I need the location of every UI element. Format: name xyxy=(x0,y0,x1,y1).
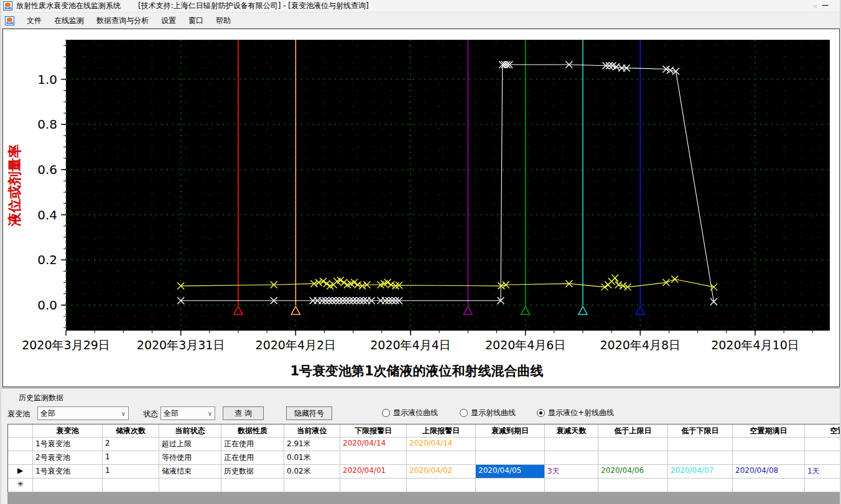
table-header-cell[interactable]: 数据性质 xyxy=(221,424,284,438)
table-cell[interactable]: 2 xyxy=(103,438,159,451)
table-cell[interactable] xyxy=(805,451,840,465)
table-header-cell[interactable]: 上限报警日 xyxy=(407,424,476,438)
table-cell[interactable]: 2020/04/06 xyxy=(598,465,668,479)
table-header-cell[interactable]: 衰减到期日 xyxy=(476,424,545,438)
table-cell[interactable] xyxy=(476,451,545,465)
table-cell[interactable] xyxy=(545,451,598,465)
table-cell[interactable] xyxy=(340,479,407,492)
table-header-cell[interactable]: 当前液位 xyxy=(284,424,340,438)
table-cell[interactable] xyxy=(733,451,805,465)
radio-2[interactable]: 显示液位+射线曲线 xyxy=(537,408,614,418)
minimize-icon[interactable]: — xyxy=(822,1,829,9)
table-cell[interactable] xyxy=(284,479,340,492)
new-row-indicator[interactable]: ✳ xyxy=(8,479,33,492)
table-cell[interactable]: 历史数据 xyxy=(221,465,284,479)
app-logo-icon: RnRi xyxy=(3,1,12,11)
table-cell[interactable] xyxy=(668,451,733,465)
table-cell[interactable]: 超过上限 xyxy=(159,438,221,451)
table-cell[interactable]: 3天 xyxy=(545,465,598,479)
table-header-cell[interactable]: 储液次数 xyxy=(103,424,159,438)
table-cell[interactable] xyxy=(805,438,840,451)
row-header-cell[interactable] xyxy=(8,438,33,451)
table-cell[interactable]: 1 xyxy=(103,451,159,465)
table-cell[interactable] xyxy=(805,479,840,492)
table-cell[interactable]: 2号衰变池 xyxy=(33,451,103,465)
table-header-cell[interactable]: 下限报警日 xyxy=(340,424,407,438)
table-cell[interactable] xyxy=(159,479,221,492)
radio-icon xyxy=(382,409,390,417)
x-tick-label: 2020年4月8日 xyxy=(600,338,681,352)
window-title-app: 放射性废水衰变池在线监测系统 xyxy=(16,1,121,10)
table-cell[interactable]: 等待使用 xyxy=(159,451,221,465)
table-header-cell[interactable]: 低于下限日 xyxy=(668,424,733,438)
table-cell[interactable]: 0.02米 xyxy=(284,465,340,479)
pool-filter-dropdown[interactable]: 全部 ∨ xyxy=(37,406,129,420)
table-cell[interactable] xyxy=(340,451,407,465)
table-cell[interactable]: 1号衰变池 xyxy=(33,438,103,451)
query-button[interactable]: 查 询 xyxy=(223,406,264,420)
menu-item-3[interactable]: 设置 xyxy=(155,14,182,28)
table-cell[interactable] xyxy=(598,438,668,451)
table-cell[interactable]: 0.01米 xyxy=(284,451,340,465)
table-cell[interactable]: 储液结束 xyxy=(159,465,221,479)
radio-1[interactable]: 显示射线曲线 xyxy=(460,408,516,418)
table-cell[interactable] xyxy=(476,479,545,492)
menu-item-2[interactable]: 数据查询与分析 xyxy=(90,14,155,28)
table-cell[interactable]: 2020/04/14 xyxy=(340,438,407,451)
table-background xyxy=(7,492,840,504)
table-cell[interactable] xyxy=(733,438,805,451)
table-header-cell[interactable]: 空置天数 xyxy=(805,424,840,438)
radio-selected-icon xyxy=(537,409,545,417)
table-cell[interactable]: 2.91米 xyxy=(284,438,340,451)
status-filter-dropdown[interactable]: 全部 ∨ xyxy=(160,406,215,420)
table-cell[interactable]: 1天 xyxy=(805,465,840,479)
menu-item-0[interactable]: 文件 xyxy=(21,14,48,28)
table-cell[interactable]: 正在使用 xyxy=(221,451,284,465)
menu-item-5[interactable]: 帮助 xyxy=(210,14,237,28)
table-header-cell[interactable]: 衰减天数 xyxy=(545,424,598,438)
table-cell[interactable] xyxy=(545,438,598,451)
table-header-cell[interactable]: 衰变池 xyxy=(33,424,103,438)
mdi-child-icon: RnRi xyxy=(5,16,14,25)
status-filter-value: 全部 xyxy=(164,408,179,419)
table-cell[interactable] xyxy=(221,479,284,492)
table-cell[interactable]: 2020/04/02 xyxy=(407,465,476,479)
table-cell[interactable] xyxy=(598,451,668,465)
table-cell[interactable] xyxy=(476,438,545,451)
menu-item-1[interactable]: 在线监测 xyxy=(48,14,90,28)
table-cell[interactable] xyxy=(407,451,476,465)
hide-symbols-button[interactable]: 隐藏符号 xyxy=(286,406,332,420)
table-cell[interactable] xyxy=(545,479,598,492)
table-cell[interactable] xyxy=(733,479,805,492)
history-table: 衰变池储液次数当前状态数据性质当前液位下限报警日上限报警日衰减到期日衰减天数低于… xyxy=(7,424,840,492)
table-cell[interactable]: 1号衰变池 xyxy=(33,465,103,479)
radio-0[interactable]: 显示液位曲线 xyxy=(382,408,438,418)
chevron-down-icon: ∨ xyxy=(208,410,212,417)
table-cell[interactable]: 2020/04/01 xyxy=(340,465,407,479)
row-header-cell[interactable] xyxy=(8,451,33,465)
table-row: 1号衰变池2超过上限正在使用2.91米2020/04/142020/04/14 xyxy=(8,438,840,451)
menu-item-4[interactable]: 窗口 xyxy=(182,14,210,28)
table-cell[interactable] xyxy=(103,479,159,492)
table-cell[interactable] xyxy=(668,438,733,451)
table-header-cell[interactable]: 空置期满日 xyxy=(733,424,805,438)
table-cell[interactable] xyxy=(33,479,103,492)
table-cell[interactable] xyxy=(668,479,733,492)
table-cell[interactable]: 2020/04/08 xyxy=(733,465,805,479)
table-header-cell[interactable]: 低于上限日 xyxy=(598,424,668,438)
x-tick-label: 2020年4月4日 xyxy=(370,338,451,352)
current-row-indicator[interactable]: ▶ xyxy=(8,465,33,479)
table-header-cell[interactable]: 当前状态 xyxy=(159,424,221,438)
close-icon[interactable]: ✕ xyxy=(813,3,818,10)
table-cell[interactable]: 1 xyxy=(103,465,159,479)
x-tick-label: 2020年3月31日 xyxy=(137,338,225,352)
table-corner-cell[interactable] xyxy=(8,424,33,438)
table-cell[interactable]: 正在使用 xyxy=(221,438,284,451)
y-tick-label: 0.6 xyxy=(37,162,57,177)
table-cell[interactable]: 2020/04/14 xyxy=(407,438,476,451)
table-cell[interactable] xyxy=(407,479,476,492)
table-header-row: 衰变池储液次数当前状态数据性质当前液位下限报警日上限报警日衰减到期日衰减天数低于… xyxy=(8,424,840,438)
table-cell-selected[interactable]: 2020/04/05 xyxy=(476,465,545,479)
table-cell[interactable]: 2020/04/07 xyxy=(668,465,733,479)
table-cell[interactable] xyxy=(598,479,668,492)
